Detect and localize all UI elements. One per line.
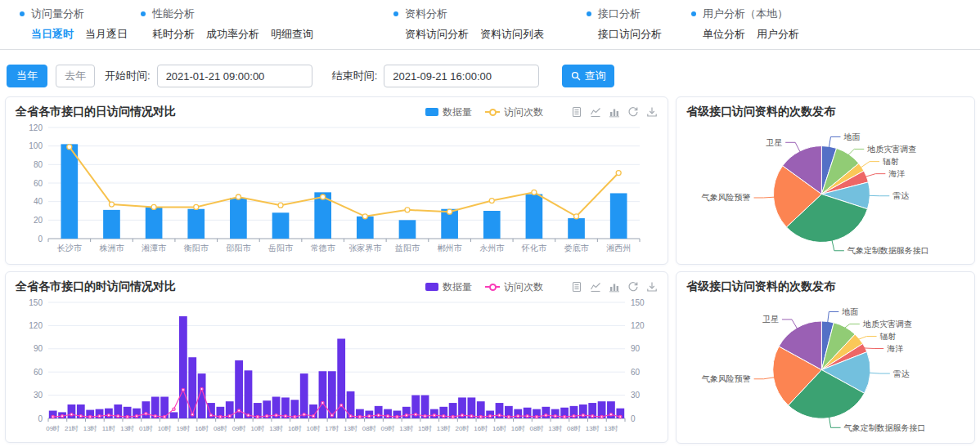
- svg-text:16时: 16时: [474, 425, 488, 432]
- svg-text:13时: 13时: [586, 425, 600, 432]
- svg-text:120: 120: [29, 123, 43, 132]
- legend-item-bar[interactable]: 数据量: [425, 280, 472, 294]
- svg-text:0: 0: [38, 235, 43, 244]
- nav-link-daily-month[interactable]: 当月逐日: [85, 27, 128, 42]
- svg-text:株洲市: 株洲市: [98, 244, 124, 253]
- nav-link-data-access-analysis[interactable]: 资料访问分析: [405, 27, 469, 42]
- end-time-label: 结束时间:: [332, 69, 378, 83]
- this-year-button[interactable]: 当年: [7, 65, 47, 87]
- svg-text:气象定制数据服务接口: 气象定制数据服务接口: [847, 246, 929, 255]
- svg-text:雷达: 雷达: [893, 369, 910, 378]
- line-chart-icon[interactable]: [590, 281, 601, 293]
- nav-link-success-rate[interactable]: 成功率分析: [206, 27, 259, 42]
- svg-text:80: 80: [34, 160, 43, 169]
- svg-text:气象定制数据服务接口: 气象定制数据服务接口: [844, 423, 926, 432]
- svg-text:地面: 地面: [841, 307, 858, 316]
- svg-text:气象风险预警: 气象风险预警: [702, 193, 751, 202]
- legend-label: 数据量: [443, 105, 472, 119]
- svg-text:长沙市: 长沙市: [57, 244, 83, 253]
- pie-bottom-card: 省级接口访问资料的次数发布 地面地质灾害调查辐射海洋雷达气象定制数据服务接口气象…: [676, 271, 975, 444]
- nav-group-label: 访问量分析: [31, 7, 84, 21]
- svg-text:40: 40: [34, 197, 43, 206]
- svg-text:10时: 10时: [158, 425, 172, 432]
- svg-text:120: 120: [29, 321, 43, 330]
- svg-text:60: 60: [34, 368, 43, 377]
- svg-text:60: 60: [631, 368, 641, 377]
- nav-group-title: 接口分析: [587, 7, 662, 21]
- filter-bar: 当年 去年 开始时间: 结束时间: 查询: [7, 64, 614, 88]
- restore-icon[interactable]: [627, 281, 639, 293]
- province-access-pie-chart: 地面地质灾害调查辐射海洋雷达气象定制数据服务接口气象风险预警卫星: [677, 294, 973, 440]
- svg-text:16时: 16时: [511, 425, 525, 432]
- svg-text:辐射: 辐射: [880, 332, 897, 341]
- svg-text:01时: 01时: [139, 425, 153, 432]
- svg-text:衡阳市: 衡阳市: [183, 244, 209, 253]
- legend-item-line[interactable]: 访问次数: [485, 105, 543, 119]
- legend-swatch: [425, 108, 438, 116]
- bar-chart-icon[interactable]: [609, 281, 620, 293]
- bullet-icon: [691, 11, 696, 16]
- nav-link-unit-analysis[interactable]: 单位分析: [703, 27, 745, 42]
- svg-text:雷达: 雷达: [892, 191, 909, 200]
- nav-group-label: 性能分析: [152, 7, 195, 21]
- bullet-icon: [141, 11, 146, 16]
- daily-chart-card: 全省各市接口的日访问情况对比 数据量 访问次数 020406080100120长: [5, 96, 668, 265]
- legend-item-bar[interactable]: 数据量: [425, 105, 472, 119]
- card-header: 省级接口访问资料的次数发布: [677, 272, 974, 294]
- chart-title: 省级接口访问资料的次数发布: [686, 279, 835, 294]
- svg-text:13时: 13时: [548, 425, 562, 432]
- svg-text:卫星: 卫星: [762, 315, 779, 324]
- svg-text:19时: 19时: [176, 425, 190, 432]
- nav-link-time-cost[interactable]: 耗时分析: [152, 27, 195, 42]
- search-button[interactable]: 查询: [562, 65, 614, 87]
- nav-group-label: 用户分析（本地）: [703, 7, 788, 21]
- nav-group-performance: 性能分析 耗时分析 成功率分析 明细查询: [141, 7, 313, 42]
- svg-text:10时: 10时: [250, 425, 264, 432]
- bullet-icon: [393, 11, 398, 16]
- nav-group-interface: 接口分析 接口访问分析: [587, 7, 662, 42]
- svg-text:永州市: 永州市: [479, 244, 505, 253]
- nav-link-user-analysis[interactable]: 用户分析: [757, 27, 799, 42]
- nav-group-title: 性能分析: [141, 7, 313, 21]
- svg-text:13时: 13时: [604, 425, 618, 432]
- nav-divider: [0, 49, 980, 50]
- nav-group-visits: 访问量分析 当日逐时 当月逐日: [20, 7, 128, 42]
- end-time-input[interactable]: [384, 65, 539, 87]
- card-header: 全省各市接口的时访问情况对比 数据量 访问次数: [6, 272, 668, 294]
- download-icon[interactable]: [646, 106, 658, 118]
- svg-text:娄底市: 娄底市: [564, 244, 590, 253]
- legend-label: 访问次数: [504, 105, 543, 119]
- svg-text:60: 60: [34, 179, 43, 188]
- dashboard-page: 访问量分析 当日逐时 当月逐日 性能分析 耗时分析 成功率分析 明细查询 资料分…: [0, 0, 980, 447]
- nav-link-interface-access-analysis[interactable]: 接口访问分析: [598, 27, 662, 42]
- download-icon[interactable]: [646, 281, 658, 293]
- svg-text:13时: 13时: [269, 425, 283, 432]
- svg-text:地面: 地面: [843, 132, 860, 141]
- svg-text:30: 30: [631, 391, 641, 400]
- svg-text:09时: 09时: [232, 425, 246, 432]
- bar-chart-icon[interactable]: [609, 106, 620, 118]
- svg-text:20时: 20时: [456, 425, 470, 432]
- data-view-icon[interactable]: [571, 106, 582, 118]
- svg-text:邵阳市: 邵阳市: [226, 244, 251, 253]
- pie-top-card: 省级接口访问资料的次数发布 地面地质灾害调查辐射海洋雷达气象定制数据服务接口气象…: [676, 96, 975, 265]
- nav-link-detail-query[interactable]: 明细查询: [271, 27, 313, 42]
- svg-text:08时: 08时: [567, 425, 581, 432]
- nav-link-data-access-list[interactable]: 资料访问列表: [480, 27, 544, 42]
- legend-item-line[interactable]: 访问次数: [485, 280, 543, 294]
- start-time-input[interactable]: [157, 65, 312, 87]
- nav-group-users: 用户分析（本地） 单位分析 用户分析: [691, 7, 799, 42]
- line-chart-icon[interactable]: [590, 106, 601, 118]
- svg-text:08时: 08时: [530, 425, 544, 432]
- svg-text:08时: 08时: [214, 425, 227, 432]
- svg-text:13时: 13时: [83, 425, 97, 432]
- nav-link-hourly-today[interactable]: 当日逐时: [31, 27, 74, 42]
- svg-text:常德市: 常德市: [311, 244, 336, 253]
- last-year-button[interactable]: 去年: [56, 65, 95, 87]
- restore-icon[interactable]: [627, 106, 639, 118]
- chart-title: 全省各市接口的时访问情况对比: [16, 279, 176, 294]
- daily-bar-line-chart: 020406080100120长沙市株洲市湘潭市衡阳市邵阳市岳阳市常德市张家界市…: [11, 121, 661, 258]
- nav-sublinks: 接口访问分析: [598, 27, 662, 42]
- data-view-icon[interactable]: [571, 281, 582, 293]
- card-header: 省级接口访问资料的次数发布: [677, 97, 974, 119]
